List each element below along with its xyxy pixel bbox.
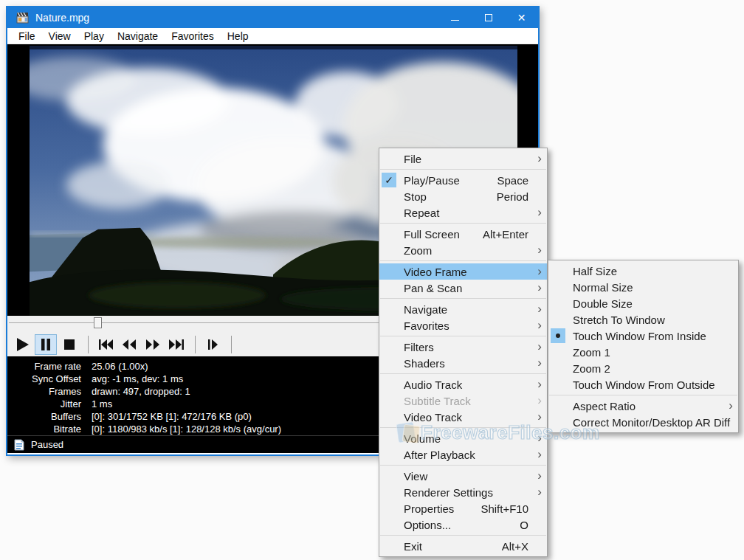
video-frame-submenu-item-normal-size[interactable]: Normal Size	[548, 279, 738, 295]
video-frame-submenu-item-double-size[interactable]: Double Size	[548, 295, 738, 311]
submenu-arrow-icon: ›	[532, 151, 547, 166]
menu-item-label: Zoom	[404, 244, 532, 257]
menu-item-label: Renderer Settings	[404, 486, 532, 499]
video-frame-submenu-item-stretch-to-window[interactable]: Stretch To Window	[548, 311, 738, 328]
context-menu-item-shaders[interactable]: Shaders›	[379, 355, 547, 371]
menu-item-label: View	[404, 470, 532, 483]
stop-button[interactable]	[58, 334, 80, 355]
menu-item-label: Audio Track	[404, 378, 532, 391]
stat-value: drawn: 497, dropped: 1	[92, 385, 190, 398]
menu-item-shortcut: Period	[497, 190, 528, 203]
menu-item-label: Zoom 2	[573, 362, 738, 375]
skip-forward-button[interactable]	[165, 334, 187, 355]
menubar-item-favorites[interactable]: Favorites	[165, 28, 221, 44]
submenu-arrow-icon: ›	[532, 409, 547, 424]
seek-thumb[interactable]	[94, 317, 102, 328]
stat-label: Frame rate	[7, 360, 81, 373]
submenu-arrow-icon: ›	[532, 264, 547, 279]
skip-back-button[interactable]	[94, 334, 117, 355]
menu-item-label: File	[404, 153, 532, 165]
context-menu-item-video-track[interactable]: Video Track›	[379, 409, 547, 425]
menubar-item-file[interactable]: File	[12, 28, 42, 44]
context-menu-item-volume[interactable]: Volume›	[379, 430, 547, 446]
fast-forward-button[interactable]	[142, 334, 164, 355]
maximize-button[interactable]	[472, 7, 505, 28]
context-menu-item-stop[interactable]: StopPeriod	[379, 188, 547, 204]
context-menu-item-view[interactable]: View›	[379, 468, 547, 484]
stat-label: Frames	[7, 385, 81, 398]
context-menu-item-properties[interactable]: PropertiesShift+F10	[379, 500, 547, 516]
context-menu-item-options[interactable]: Options...O	[379, 516, 547, 533]
window-title: Nature.mpg	[35, 12, 438, 24]
menu-item-label: Pan & Scan	[404, 282, 532, 294]
minimize-icon	[451, 20, 459, 21]
context-menu-item-file[interactable]: File›	[379, 151, 547, 167]
menu-item-label: Options...	[404, 519, 520, 531]
menu-item-label: Video Track	[404, 411, 532, 424]
menubar-item-navigate[interactable]: Navigate	[111, 28, 165, 44]
submenu-arrow-icon: ›	[532, 447, 547, 462]
context-menu-item-video-frame[interactable]: Video Frame›	[379, 263, 547, 280]
video-frame-submenu-item-touch-window-from-outside[interactable]: Touch Window From Outside	[548, 376, 738, 393]
context-menu-item-renderer-settings[interactable]: Renderer Settings›	[379, 484, 547, 500]
menu-item-label: Volume	[404, 432, 532, 445]
title-bar[interactable]: Nature.mpg ✕	[7, 7, 538, 28]
submenu-arrow-icon: ›	[532, 393, 547, 408]
minimize-button[interactable]	[438, 7, 472, 28]
video-frame-submenu-item-touch-window-from-inside[interactable]: Touch Window From Inside	[548, 328, 738, 344]
context-menu-item-repeat[interactable]: Repeat›	[379, 204, 547, 221]
context-menu-item-pan-scan[interactable]: Pan & Scan›	[379, 280, 547, 296]
context-menu-item-navigate[interactable]: Navigate›	[379, 301, 547, 317]
menu-item-label: Video Frame	[404, 266, 532, 278]
menu-item-label: Full Screen	[404, 228, 483, 241]
context-menu-separator	[380, 465, 546, 466]
play-button[interactable]	[11, 334, 33, 355]
checkmark-icon: ✓	[382, 173, 396, 187]
context-menu-item-filters[interactable]: Filters›	[379, 339, 547, 355]
submenu-arrow-icon: ›	[532, 318, 547, 333]
skip-back-icon	[97, 336, 114, 353]
context-menu-item-favorites[interactable]: Favorites›	[379, 317, 547, 333]
submenu-arrow-icon: ›	[723, 398, 738, 413]
submenu-arrow-icon: ›	[532, 356, 547, 370]
pause-button[interactable]	[35, 334, 57, 355]
context-menu-item-audio-track[interactable]: Audio Track›	[379, 376, 547, 393]
submenu-arrow-icon: ›	[532, 339, 547, 354]
menu-item-label: Stop	[404, 190, 497, 203]
rewind-button[interactable]	[118, 334, 140, 355]
context-menu-item-play-pause[interactable]: ✓Play/PauseSpace	[379, 172, 547, 188]
radio-dot-icon	[551, 328, 565, 343]
context-menu-separator	[380, 260, 546, 261]
context-menu-separator	[380, 298, 546, 299]
menubar-item-view[interactable]: View	[42, 28, 78, 44]
submenu-arrow-icon: ›	[532, 243, 547, 257]
menu-item-shortcut: O	[520, 519, 528, 531]
menu-bar: FileViewPlayNavigateFavoritesHelp	[7, 28, 538, 44]
menu-item-label: Touch Window From Inside	[573, 330, 738, 342]
pause-icon	[37, 336, 55, 353]
close-button[interactable]: ✕	[505, 7, 538, 28]
context-menu-separator	[380, 336, 546, 336]
context-menu-item-exit[interactable]: ExitAlt+X	[379, 538, 547, 554]
video-frame-submenu-item-zoom-1[interactable]: Zoom 1	[548, 344, 738, 360]
context-menu-item-after-playback[interactable]: After Playback›	[379, 446, 547, 463]
context-menu-item-zoom[interactable]: Zoom›	[379, 242, 547, 258]
frame-step-button[interactable]	[202, 334, 224, 355]
stat-label: Sync Offset	[7, 373, 81, 385]
context-menu-item-subtitle-track[interactable]: Subtitle Track›	[379, 393, 547, 409]
video-frame-submenu-item-correct-monitor-desktop-ar-diff[interactable]: Correct Monitor/Desktop AR Diff	[548, 414, 738, 430]
menu-item-label: Normal Size	[573, 281, 738, 294]
context-menu-item-full-screen[interactable]: Full ScreenAlt+Enter	[379, 226, 547, 242]
menubar-item-help[interactable]: Help	[221, 28, 255, 44]
stat-value: [0]: 301/1752 KB [1]: 472/176 KB (p0)	[92, 410, 252, 423]
video-frame-submenu-separator	[549, 395, 737, 395]
menu-item-label: Half Size	[573, 265, 738, 277]
submenu-arrow-icon: ›	[532, 205, 547, 220]
video-frame-submenu-item-zoom-2[interactable]: Zoom 2	[548, 360, 738, 376]
video-frame-submenu-item-aspect-ratio[interactable]: Aspect Ratio›	[548, 398, 738, 414]
menubar-item-play[interactable]: Play	[78, 28, 111, 44]
menu-item-label: Navigate	[404, 303, 532, 316]
toolbar-separator	[231, 336, 232, 353]
menu-item-label: Touch Window From Outside	[573, 378, 738, 391]
video-frame-submenu-item-half-size[interactable]: Half Size	[548, 263, 738, 279]
